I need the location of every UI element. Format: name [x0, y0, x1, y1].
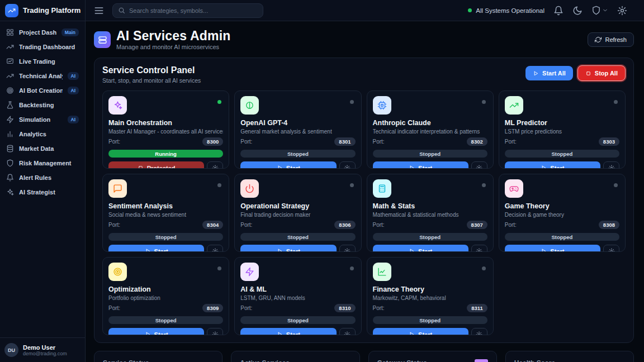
service-settings-button[interactable]: [471, 328, 487, 335]
sidebar-item-ai-strategist[interactable]: AI Strategist: [3, 185, 82, 199]
status-dot-icon: [468, 8, 472, 12]
service-name: Math & Stats: [373, 202, 487, 210]
service-name: Main Orchestration: [108, 119, 223, 127]
service-description: Technical indicator interpretation & pat…: [373, 128, 487, 135]
service-status-bar: Stopped: [240, 233, 355, 241]
service-settings-button[interactable]: [339, 328, 356, 335]
service-status-bar: Stopped: [240, 316, 355, 324]
service-action-button[interactable]: Start: [505, 245, 600, 252]
sidebar-item-label: Backtesting: [19, 102, 79, 108]
port-badge: 8308: [599, 221, 619, 229]
service-status-bar: Stopped: [108, 233, 223, 241]
service-status-dot-icon: [217, 183, 221, 187]
security-menu[interactable]: [591, 6, 608, 15]
sidebar-item-badge: AI: [68, 116, 79, 123]
port-label: Port:: [373, 305, 385, 311]
user-email: demo@trading.com: [23, 351, 67, 356]
sidebar-item-trading-dashboard[interactable]: Trading Dashboard: [3, 40, 82, 54]
sidebar-item-backtesting[interactable]: Backtesting: [3, 98, 82, 112]
service-settings-button[interactable]: [339, 245, 356, 252]
service-name: AI & ML: [240, 285, 355, 293]
gear-icon: [212, 331, 219, 336]
user-profile[interactable]: DU Demo User demo@trading.com: [0, 337, 85, 362]
service-settings-button[interactable]: [207, 245, 223, 252]
service-icon: [240, 263, 259, 281]
sidebar-item-analytics[interactable]: Analytics: [3, 127, 82, 141]
port-label: Port:: [108, 222, 120, 228]
sidebar-item-label: Technical Analysis: [19, 73, 63, 79]
service-status-dot-icon: [482, 183, 486, 187]
service-action-button[interactable]: Start: [373, 328, 468, 335]
search-input[interactable]: [129, 7, 258, 14]
port-badge: 8300: [202, 137, 223, 146]
service-settings-button[interactable]: [603, 245, 619, 252]
start-all-button[interactable]: Start All: [525, 66, 573, 80]
service-action-button[interactable]: Start: [373, 245, 468, 252]
sidebar-item-market-data[interactable]: Market Data: [3, 142, 82, 155]
port-badge: 8307: [467, 221, 487, 229]
gear-icon: [344, 248, 351, 253]
service-description: Decision & game theory: [505, 212, 619, 218]
service-status-bar: Stopped: [240, 150, 355, 158]
server-icon: [98, 35, 107, 45]
service-card: ML Predictor LSTM price predictions Port…: [499, 90, 626, 169]
service-settings-button[interactable]: [603, 161, 619, 169]
service-action-button[interactable]: Start: [505, 161, 600, 169]
service-action-button[interactable]: Start: [240, 328, 336, 335]
service-icon: [505, 96, 523, 115]
sidebar-item-label: Live Trading: [19, 58, 79, 65]
sidebar-item-technical-analysis[interactable]: Technical Analysis AI: [3, 69, 82, 83]
service-name: ML Predictor: [505, 119, 619, 127]
port-label: Port:: [108, 139, 120, 145]
service-settings-button[interactable]: [207, 161, 223, 169]
service-settings-button[interactable]: [339, 161, 356, 169]
service-settings-button[interactable]: [471, 245, 487, 252]
refresh-button[interactable]: Refresh: [588, 32, 634, 47]
service-card: Main Orchestration Master AI Manager - c…: [102, 90, 229, 169]
service-action-button[interactable]: Protected: [108, 161, 204, 169]
settings-gear-icon[interactable]: [617, 6, 627, 16]
port-label: Port:: [373, 139, 385, 145]
service-status-dot-icon: [614, 183, 618, 187]
service-status-dot-icon: [614, 100, 618, 104]
service-action-button[interactable]: Start: [373, 161, 468, 169]
play-icon: [145, 331, 151, 335]
service-icon: [240, 96, 259, 115]
sidebar-item-simulation[interactable]: Simulation AI: [3, 113, 82, 126]
service-action-button[interactable]: Start: [240, 245, 336, 252]
sidebar-item-label: AI Bot Creation: [19, 87, 63, 94]
service-action-button[interactable]: Start: [240, 161, 336, 169]
notifications-bell-icon[interactable]: [553, 6, 564, 16]
search-bar[interactable]: [112, 3, 263, 18]
service-action-button[interactable]: Start: [108, 245, 204, 252]
sidebar-item-label: Market Data: [19, 145, 79, 152]
sidebar-item-risk-management[interactable]: Risk Management: [3, 156, 82, 170]
stat-card: Health Score: [505, 351, 634, 362]
service-status-bar: Stopped: [505, 233, 619, 241]
service-card: Optimization Portfolio optimization Port…: [102, 257, 229, 335]
menu-icon[interactable]: [93, 5, 105, 16]
service-settings-button[interactable]: [207, 328, 223, 335]
service-status-dot-icon: [350, 100, 354, 104]
gear-icon: [212, 165, 219, 169]
sidebar-item-label: AI Strategist: [19, 189, 79, 196]
sidebar-item-alert-rules[interactable]: Alert Rules: [3, 171, 82, 184]
sidebar-item-project-dashboard[interactable]: Project Dashboard Main: [3, 26, 82, 39]
port-badge: 8306: [334, 221, 355, 229]
service-settings-button[interactable]: [471, 161, 487, 169]
sidebar-item-badge: AI: [68, 72, 79, 80]
calculator-icon: [377, 184, 387, 193]
port-label: Port:: [240, 222, 252, 228]
service-status-bar: Running: [108, 150, 223, 158]
service-action-button[interactable]: Start: [108, 328, 204, 335]
stat-card-label: Gateway Status: [377, 359, 427, 362]
sidebar-item-label: Project Dashboard: [19, 29, 56, 36]
dark-mode-moon-icon[interactable]: [572, 6, 583, 16]
port-badge: 8309: [202, 304, 223, 312]
sidebar-item-ai-bot-creation[interactable]: AI Bot Creation AI: [3, 84, 82, 97]
chevron-down-icon: [602, 7, 608, 13]
sparkles-icon: [6, 188, 14, 196]
sidebar-item-live-trading[interactable]: Live Trading: [3, 55, 82, 68]
play-icon: [541, 248, 547, 252]
stop-all-button[interactable]: Stop All: [577, 65, 626, 81]
